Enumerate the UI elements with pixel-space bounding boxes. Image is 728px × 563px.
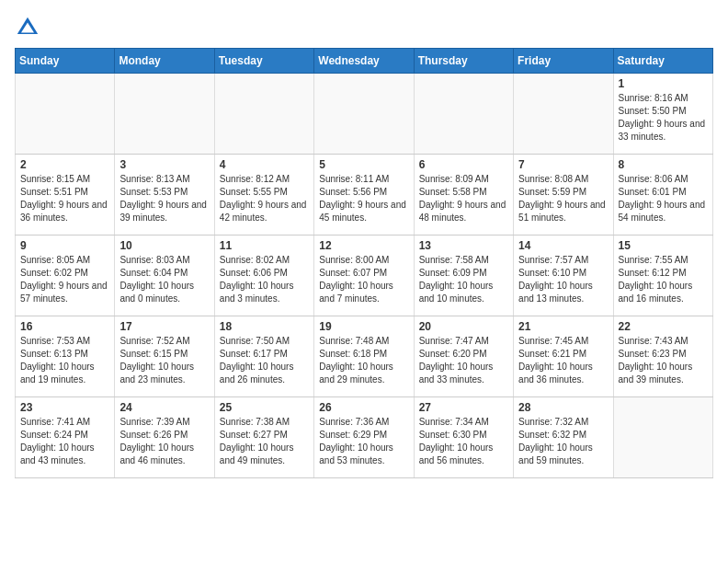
day-info: Sunrise: 8:00 AM Sunset: 6:07 PM Dayligh… xyxy=(319,254,408,305)
calendar-day-cell xyxy=(514,74,613,155)
day-number: 1 xyxy=(619,77,708,90)
calendar-week-row: 1Sunrise: 8:16 AM Sunset: 5:50 PM Daylig… xyxy=(16,74,713,155)
calendar-day-cell: 6Sunrise: 8:09 AM Sunset: 5:58 PM Daylig… xyxy=(414,155,513,236)
calendar-day-cell xyxy=(314,74,414,155)
day-number: 13 xyxy=(419,239,508,252)
day-info: Sunrise: 7:47 AM Sunset: 6:20 PM Dayligh… xyxy=(419,335,508,386)
day-number: 21 xyxy=(518,320,608,333)
day-number: 28 xyxy=(518,401,608,414)
day-number: 11 xyxy=(220,239,309,252)
day-number: 8 xyxy=(619,158,708,171)
calendar-day-cell: 4Sunrise: 8:12 AM Sunset: 5:55 PM Daylig… xyxy=(214,155,313,236)
page-header xyxy=(15,15,713,40)
day-number: 4 xyxy=(220,158,309,171)
day-number: 20 xyxy=(419,320,508,333)
day-of-week-header: Friday xyxy=(514,49,613,74)
day-number: 26 xyxy=(319,401,408,414)
calendar-day-cell: 11Sunrise: 8:02 AM Sunset: 6:06 PM Dayli… xyxy=(214,236,313,316)
day-info: Sunrise: 7:43 AM Sunset: 6:23 PM Dayligh… xyxy=(619,335,708,386)
day-number: 12 xyxy=(319,239,408,252)
day-number: 6 xyxy=(419,158,508,171)
calendar-day-cell: 7Sunrise: 8:08 AM Sunset: 5:59 PM Daylig… xyxy=(514,155,613,236)
day-info: Sunrise: 8:08 AM Sunset: 5:59 PM Dayligh… xyxy=(518,173,608,224)
day-number: 9 xyxy=(20,239,109,252)
day-number: 23 xyxy=(20,401,109,414)
calendar-day-cell: 2Sunrise: 8:15 AM Sunset: 5:51 PM Daylig… xyxy=(16,155,115,236)
calendar-day-cell: 27Sunrise: 7:34 AM Sunset: 6:30 PM Dayli… xyxy=(414,397,513,478)
day-number: 25 xyxy=(220,401,309,414)
day-info: Sunrise: 8:03 AM Sunset: 6:04 PM Dayligh… xyxy=(119,254,209,305)
day-info: Sunrise: 8:16 AM Sunset: 5:50 PM Dayligh… xyxy=(619,92,708,144)
day-number: 15 xyxy=(619,239,708,252)
logo-icon xyxy=(15,15,40,40)
day-info: Sunrise: 7:50 AM Sunset: 6:17 PM Dayligh… xyxy=(220,335,309,386)
calendar-header-row: SundayMondayTuesdayWednesdayThursdayFrid… xyxy=(16,49,713,74)
calendar-day-cell: 28Sunrise: 7:32 AM Sunset: 6:32 PM Dayli… xyxy=(514,397,613,478)
calendar-day-cell xyxy=(414,74,513,155)
day-info: Sunrise: 7:48 AM Sunset: 6:18 PM Dayligh… xyxy=(319,335,408,386)
calendar-day-cell: 21Sunrise: 7:45 AM Sunset: 6:21 PM Dayli… xyxy=(514,316,613,397)
day-of-week-header: Monday xyxy=(115,49,214,74)
day-info: Sunrise: 8:11 AM Sunset: 5:56 PM Dayligh… xyxy=(319,173,408,224)
calendar-day-cell: 26Sunrise: 7:36 AM Sunset: 6:29 PM Dayli… xyxy=(314,397,414,478)
day-number: 18 xyxy=(220,320,309,333)
calendar-day-cell xyxy=(613,397,712,478)
day-info: Sunrise: 7:39 AM Sunset: 6:26 PM Dayligh… xyxy=(119,416,209,467)
calendar-table: SundayMondayTuesdayWednesdayThursdayFrid… xyxy=(15,48,713,478)
calendar-day-cell: 18Sunrise: 7:50 AM Sunset: 6:17 PM Dayli… xyxy=(214,316,313,397)
day-number: 16 xyxy=(20,320,109,333)
day-info: Sunrise: 7:57 AM Sunset: 6:10 PM Dayligh… xyxy=(518,254,608,305)
day-of-week-header: Thursday xyxy=(414,49,513,74)
day-info: Sunrise: 7:55 AM Sunset: 6:12 PM Dayligh… xyxy=(619,254,708,305)
day-info: Sunrise: 7:58 AM Sunset: 6:09 PM Dayligh… xyxy=(419,254,508,305)
calendar-day-cell: 5Sunrise: 8:11 AM Sunset: 5:56 PM Daylig… xyxy=(314,155,414,236)
day-number: 14 xyxy=(518,239,608,252)
calendar-day-cell: 8Sunrise: 8:06 AM Sunset: 6:01 PM Daylig… xyxy=(613,155,712,236)
calendar-day-cell: 3Sunrise: 8:13 AM Sunset: 5:53 PM Daylig… xyxy=(115,155,214,236)
calendar-day-cell xyxy=(16,74,115,155)
day-info: Sunrise: 7:34 AM Sunset: 6:30 PM Dayligh… xyxy=(419,416,508,467)
calendar-day-cell: 19Sunrise: 7:48 AM Sunset: 6:18 PM Dayli… xyxy=(314,316,414,397)
calendar-day-cell: 25Sunrise: 7:38 AM Sunset: 6:27 PM Dayli… xyxy=(214,397,313,478)
day-of-week-header: Sunday xyxy=(16,49,115,74)
calendar-week-row: 2Sunrise: 8:15 AM Sunset: 5:51 PM Daylig… xyxy=(16,155,713,236)
day-info: Sunrise: 8:09 AM Sunset: 5:58 PM Dayligh… xyxy=(419,173,508,224)
day-number: 7 xyxy=(518,158,608,171)
calendar-day-cell: 23Sunrise: 7:41 AM Sunset: 6:24 PM Dayli… xyxy=(16,397,115,478)
day-info: Sunrise: 7:52 AM Sunset: 6:15 PM Dayligh… xyxy=(119,335,209,386)
calendar-day-cell: 1Sunrise: 8:16 AM Sunset: 5:50 PM Daylig… xyxy=(613,74,712,155)
day-info: Sunrise: 8:02 AM Sunset: 6:06 PM Dayligh… xyxy=(220,254,309,305)
calendar-day-cell: 17Sunrise: 7:52 AM Sunset: 6:15 PM Dayli… xyxy=(115,316,214,397)
day-number: 3 xyxy=(119,158,209,171)
day-info: Sunrise: 8:12 AM Sunset: 5:55 PM Dayligh… xyxy=(220,173,309,224)
calendar-week-row: 9Sunrise: 8:05 AM Sunset: 6:02 PM Daylig… xyxy=(16,236,713,316)
day-of-week-header: Tuesday xyxy=(214,49,313,74)
logo xyxy=(15,15,44,40)
day-number: 2 xyxy=(20,158,109,171)
day-info: Sunrise: 8:15 AM Sunset: 5:51 PM Dayligh… xyxy=(20,173,109,224)
day-number: 24 xyxy=(119,401,209,414)
calendar-week-row: 16Sunrise: 7:53 AM Sunset: 6:13 PM Dayli… xyxy=(16,316,713,397)
calendar-day-cell xyxy=(115,74,214,155)
day-info: Sunrise: 8:13 AM Sunset: 5:53 PM Dayligh… xyxy=(119,173,209,224)
calendar-day-cell: 14Sunrise: 7:57 AM Sunset: 6:10 PM Dayli… xyxy=(514,236,613,316)
calendar-day-cell: 22Sunrise: 7:43 AM Sunset: 6:23 PM Dayli… xyxy=(613,316,712,397)
day-info: Sunrise: 7:36 AM Sunset: 6:29 PM Dayligh… xyxy=(319,416,408,467)
calendar-week-row: 23Sunrise: 7:41 AM Sunset: 6:24 PM Dayli… xyxy=(16,397,713,478)
day-info: Sunrise: 8:05 AM Sunset: 6:02 PM Dayligh… xyxy=(20,254,109,305)
day-info: Sunrise: 7:53 AM Sunset: 6:13 PM Dayligh… xyxy=(20,335,109,386)
day-number: 5 xyxy=(319,158,408,171)
day-info: Sunrise: 7:32 AM Sunset: 6:32 PM Dayligh… xyxy=(518,416,608,467)
calendar-day-cell: 10Sunrise: 8:03 AM Sunset: 6:04 PM Dayli… xyxy=(115,236,214,316)
day-of-week-header: Saturday xyxy=(613,49,712,74)
calendar-day-cell: 15Sunrise: 7:55 AM Sunset: 6:12 PM Dayli… xyxy=(613,236,712,316)
calendar-day-cell: 16Sunrise: 7:53 AM Sunset: 6:13 PM Dayli… xyxy=(16,316,115,397)
day-number: 10 xyxy=(119,239,209,252)
day-of-week-header: Wednesday xyxy=(314,49,414,74)
day-info: Sunrise: 7:38 AM Sunset: 6:27 PM Dayligh… xyxy=(220,416,309,467)
day-number: 17 xyxy=(119,320,209,333)
day-number: 27 xyxy=(419,401,508,414)
calendar-day-cell xyxy=(214,74,313,155)
calendar-day-cell: 24Sunrise: 7:39 AM Sunset: 6:26 PM Dayli… xyxy=(115,397,214,478)
day-info: Sunrise: 7:45 AM Sunset: 6:21 PM Dayligh… xyxy=(518,335,608,386)
